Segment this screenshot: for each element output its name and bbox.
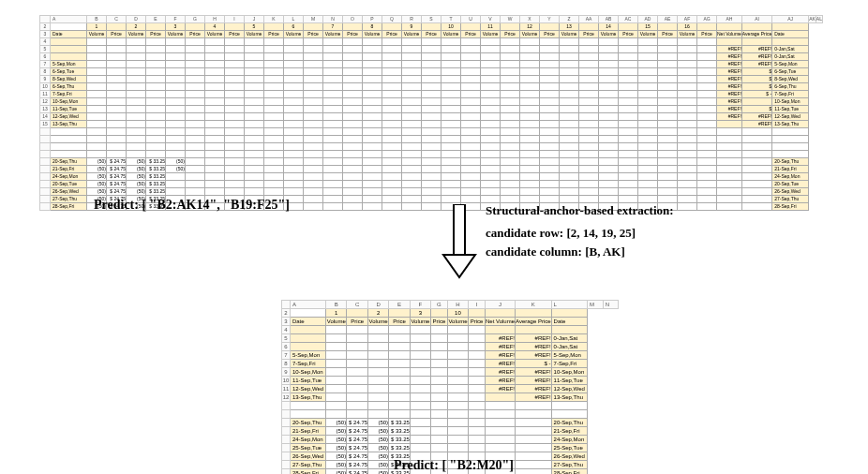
candidate-cols: candidate column: [B, AK] xyxy=(486,243,674,261)
extraction-title: Structural-anchor-based extraction: xyxy=(486,201,674,220)
predict-bottom: Predict: [ "B2:M20"] xyxy=(394,459,514,472)
page: ABCDEFGHIJKLMNOPQRSTUVWXYZAAABACADAEAFAG… xyxy=(0,0,868,474)
candidate-rows: candidate row: [2, 14, 19, 25] xyxy=(486,224,674,243)
svg-marker-1 xyxy=(443,255,475,277)
top-spreadsheet: ABCDEFGHIJKLMNOPQRSTUVWXYZAAABACADAEAFAG… xyxy=(39,15,829,211)
extraction-text: Structural-anchor-based extraction: cand… xyxy=(486,201,674,261)
svg-rect-0 xyxy=(454,204,465,255)
arrow-down-icon xyxy=(441,204,478,279)
bottom-spreadsheet: ABCDEFGHIJKLMN2123103DateVolumePriceVolu… xyxy=(281,300,619,474)
predict-top: Predict: [ "B2:AK14", "B19:F25"] xyxy=(94,198,290,214)
